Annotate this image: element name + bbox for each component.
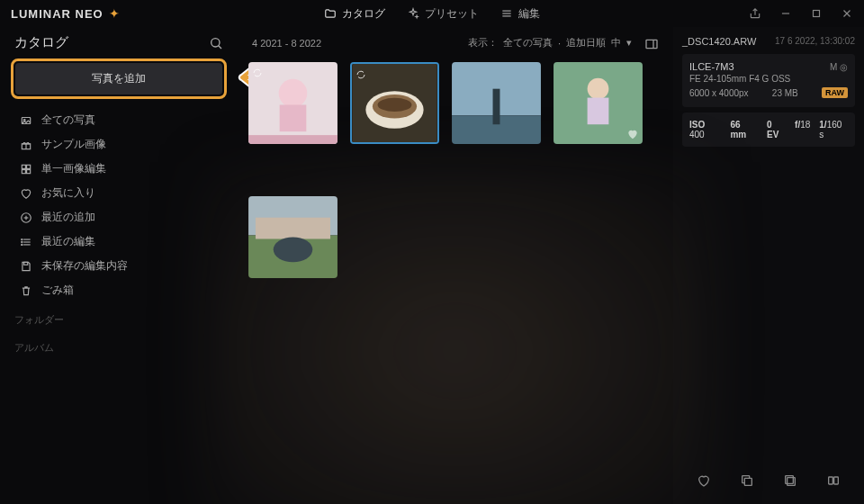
view-filter[interactable]: 全ての写真 [503,36,553,50]
grid-icon [20,163,32,176]
view-options[interactable]: 表示： 全ての写真 · 追加日順 中 ▾ [468,36,659,50]
brand-text: LUMINAR NEO [11,7,104,21]
puzzle-icon: ✦ [109,6,120,21]
view-size[interactable]: 中 [611,36,621,50]
svg-rect-46 [256,218,330,239]
heart-icon[interactable] [626,128,639,140]
sidebar-item-label: お気に入り [41,185,95,201]
chevron-down-icon: ▾ [626,37,632,49]
add-photo-button[interactable]: 写真を追加 [15,63,222,94]
search-icon[interactable] [209,36,223,50]
tab-catalog-label: カタログ [342,6,385,22]
info-lens: FE 24-105mm F4 G OSS [689,74,790,84]
sidebar-group-folders[interactable]: フォルダー [11,302,227,330]
sidebar-title: カタログ [14,34,68,51]
sliders-icon [500,7,513,20]
sidebar-item-label: 全ての写真 [41,112,95,128]
sidebar-item-favorites[interactable]: お気に入り [11,181,227,205]
view-sort[interactable]: 追加日順 [566,36,606,50]
thumbnail[interactable] [248,62,338,144]
view-label: 表示： [468,36,498,50]
thumbnail[interactable] [248,196,338,278]
heart-icon [20,187,32,200]
svg-rect-50 [786,476,794,484]
app-brand: LUMINAR NEO ✦ [11,6,120,21]
sidebar-item-unsaved[interactable]: 未保存の編集内容 [11,254,227,278]
thumbnail[interactable] [452,62,541,144]
info-mode: M [830,62,837,72]
svg-rect-40 [493,89,500,125]
tab-presets[interactable]: プリセット [407,6,479,22]
svg-point-24 [22,238,22,239]
sidebar-item-all-photos[interactable]: 全ての写真 [11,108,227,132]
sidebar-item-label: 最近の追加 [41,210,95,225]
svg-rect-14 [22,165,25,168]
copy-button[interactable] [740,473,754,488]
sidebar-item-label: 最近の編集 [41,234,95,249]
tab-catalog[interactable]: カタログ [324,6,385,22]
sidebar-item-recent-added[interactable]: 最近の追加 [11,205,227,230]
svg-rect-51 [829,477,833,484]
sidebar-item-trash[interactable]: ごみ箱 [11,278,227,302]
sync-icon [252,66,263,76]
info-actions [682,466,855,495]
gift-icon [20,139,32,151]
camera-icon: ◎ [840,62,848,72]
sidebar-item-label: サンプル画像 [41,137,106,152]
svg-point-25 [22,241,22,242]
sidebar-item-label: 単一画像編集 [41,161,106,176]
svg-point-37 [378,98,412,112]
svg-rect-28 [646,40,657,48]
info-filesize: 23 MB [772,88,798,98]
sidebar-group-albums[interactable]: アルバム [11,330,227,358]
svg-point-7 [212,38,220,46]
folder-icon [324,7,337,20]
dot-sep: · [558,38,561,49]
svg-rect-33 [248,135,338,144]
svg-rect-43 [588,98,609,125]
sidebar-item-samples[interactable]: サンプル画像 [11,132,227,157]
sidebar-item-label: ごみ箱 [41,283,74,298]
info-datetime: 17 6 2022, 13:30:02 [775,36,855,47]
sidebar-item-single-edit[interactable]: 単一画像編集 [11,157,227,181]
stack-button[interactable] [783,473,797,488]
svg-rect-16 [22,169,25,173]
add-photo-highlight: 写真を追加 [11,58,227,99]
svg-point-42 [588,78,609,100]
svg-rect-52 [834,477,839,484]
images-icon [20,114,32,127]
close-button[interactable] [841,7,853,20]
favorite-button[interactable] [697,473,711,488]
compare-button[interactable] [826,473,841,488]
tab-edit-label: 編集 [518,6,540,22]
sidebar-item-recent-edited[interactable]: 最近の編集 [11,230,227,254]
list-icon [20,236,32,248]
info-exif: ISO 400 66 mm 0 EV f/18 1/160 s [689,120,848,140]
sidebar-item-label: 未保存の編集内容 [41,258,128,274]
share-icon[interactable] [749,7,761,20]
svg-line-8 [219,45,221,48]
save-icon [20,260,32,273]
svg-rect-15 [27,165,31,168]
svg-point-31 [279,79,308,108]
thumbnail[interactable] [554,62,643,144]
svg-point-26 [22,244,22,245]
plus-circle-icon [20,212,32,224]
date-range: 4 2021 - 8 2022 [252,38,321,49]
info-dimensions: 6000 x 4000px [689,88,749,98]
info-camera: ILCE-7M3 [689,61,734,72]
svg-rect-4 [814,11,820,17]
thumbnail[interactable] [350,62,439,144]
tab-presets-label: プリセット [425,6,479,22]
trash-icon [20,284,32,297]
raw-badge: RAW [822,87,848,98]
info-panel: _DSC1420.ARW 17 6 2022, 13:30:02 ILCE-7M… [673,27,864,504]
tab-edit[interactable]: 編集 [500,6,540,22]
minimize-button[interactable] [779,7,792,20]
maximize-button[interactable] [810,7,823,20]
info-filename: _DSC1420.ARW [682,36,756,47]
sparkle-icon [407,7,419,20]
panel-toggle-icon[interactable] [644,37,659,50]
svg-point-47 [274,238,313,263]
svg-rect-17 [27,169,31,173]
